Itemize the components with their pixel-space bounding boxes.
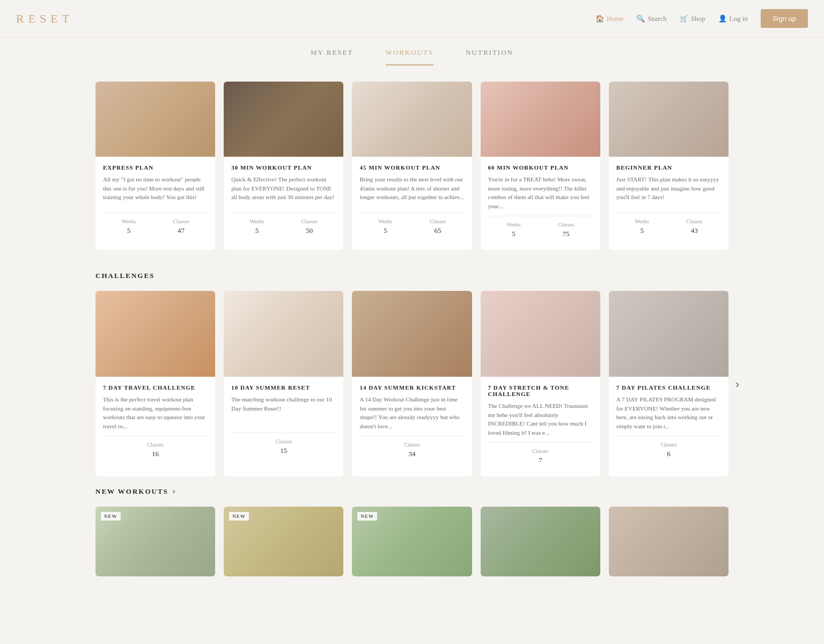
classes-label: Classes	[532, 448, 548, 454]
classes-value: 75	[563, 230, 570, 238]
classes-label: Classes	[301, 218, 318, 224]
challenge-card[interactable]: 7 DAY PILATES CHALLENGE A 7 DAY PILATES …	[609, 291, 729, 477]
challenge-image	[95, 291, 215, 377]
weeks-stat: Weeks 5	[378, 218, 392, 235]
card-title: 60 MIN WORKOUT PLAN	[488, 164, 593, 171]
weeks-value: 5	[640, 226, 644, 235]
card-title: 45 MIN WORKOUT PLAN	[359, 164, 464, 171]
new-workout-card[interactable]: NEW	[224, 507, 343, 576]
weeks-stat: Weeks 5	[122, 218, 136, 235]
classes-label: Classes	[660, 442, 676, 448]
classes-stat: Classes 7	[532, 448, 548, 465]
workout-plan-card[interactable]: 30 MIN WORKOUT PLAN Quick & Effective! T…	[224, 82, 343, 250]
classes-value: 6	[667, 450, 671, 458]
user-icon: 👤	[718, 14, 727, 23]
challenge-image	[609, 291, 729, 377]
workout-plans-grid: EXPRESS PLAN All my "I got no time to wo…	[95, 82, 729, 250]
new-workouts-arrow[interactable]: ›	[173, 487, 176, 496]
new-badge: NEW	[229, 512, 249, 521]
challenge-description: This is the perfect travel workout plan …	[103, 395, 208, 430]
weeks-label: Weeks	[378, 218, 392, 224]
classes-stat: Classes 47	[173, 218, 189, 235]
challenges-grid: 7 DAY TRAVEL CHALLENGE This is the perfe…	[95, 291, 729, 477]
challenge-title: 7 DAY TRAVEL CHALLENGE	[103, 384, 208, 391]
weeks-value: 5	[384, 226, 387, 235]
classes-stat: Classes 15	[276, 438, 292, 455]
new-workout-card[interactable]: NEW	[352, 507, 472, 576]
card-image	[352, 82, 472, 157]
challenge-title: 14 DAY SUMMER KICKSTART	[359, 384, 464, 391]
classes-label: Classes	[404, 442, 420, 448]
chevron-right-button[interactable]: ›	[735, 378, 739, 390]
challenge-description: The matching workout challenge to our 10…	[231, 395, 336, 427]
search-link[interactable]: 🔍 Search	[636, 14, 666, 23]
content: EXPRESS PLAN All my "I got no time to wo…	[85, 65, 739, 592]
nav-right: 🏠 Home 🔍 Search 🛒 Shop 👤 Log in Sign up	[595, 9, 808, 28]
signup-button[interactable]: Sign up	[761, 9, 808, 28]
new-workout-image	[481, 507, 600, 576]
workout-plan-card[interactable]: EXPRESS PLAN All my "I got no time to wo…	[95, 82, 215, 250]
shop-link[interactable]: 🛒 Shop	[680, 14, 705, 23]
new-workouts-title: NEW WORKOUTS ›	[95, 487, 729, 496]
new-badge: NEW	[101, 512, 121, 521]
challenge-card[interactable]: 10 DAY SUMMER RESET The matching workout…	[224, 291, 343, 477]
card-image	[95, 82, 215, 157]
classes-stat: Classes 16	[148, 442, 164, 458]
classes-stat: Classes 50	[301, 218, 318, 235]
weeks-label: Weeks	[250, 218, 264, 224]
main-tabs: MY RESET WORKOUTS NUTRITION	[0, 38, 824, 65]
new-workout-image: NEW	[352, 507, 472, 576]
classes-label: Classes	[173, 218, 189, 224]
classes-value: 15	[280, 447, 287, 455]
challenge-description: A 7 DAY PILATES PROGRAM designed for EVE…	[616, 395, 721, 430]
card-description: You're in for a TREAT hehe! More sweat, …	[488, 175, 593, 210]
weeks-label: Weeks	[506, 222, 520, 228]
classes-value: 16	[152, 450, 159, 458]
challenge-card[interactable]: 7 DAY STRETCH & TONE CHALLENGE The Chall…	[481, 291, 600, 477]
card-image	[481, 82, 600, 157]
header: RESET 🏠 Home 🔍 Search 🛒 Shop 👤 Log in Si…	[0, 0, 824, 38]
classes-label: Classes	[148, 442, 164, 448]
card-image	[224, 82, 343, 157]
logo: RESET	[16, 12, 73, 26]
weeks-value: 5	[255, 226, 259, 235]
challenge-description: The Challenge we ALL NEED! Truuuuust me …	[488, 401, 593, 437]
weeks-label: Weeks	[122, 218, 136, 224]
tab-nutrition[interactable]: NUTRITION	[466, 48, 513, 65]
classes-stat: Classes 34	[404, 442, 420, 458]
classes-stat: Classes 75	[558, 222, 574, 238]
challenge-card[interactable]: 7 DAY TRAVEL CHALLENGE This is the perfe…	[95, 291, 215, 477]
new-workout-card[interactable]	[609, 507, 729, 576]
card-description: Bring your results to the next level wit…	[359, 175, 464, 207]
workout-plan-card[interactable]: BEGINNER PLAN Just START! This plan make…	[609, 82, 729, 250]
challenge-image	[352, 291, 472, 377]
new-workout-image: NEW	[95, 507, 215, 576]
new-workouts-section: NEW WORKOUTS › NEW NEW NEW	[95, 487, 729, 576]
challenge-title: 10 DAY SUMMER RESET	[231, 384, 336, 391]
workout-plan-card[interactable]: 45 MIN WORKOUT PLAN Bring your results t…	[352, 82, 472, 250]
weeks-stat: Weeks 5	[506, 222, 520, 238]
tab-workouts[interactable]: WORKOUTS	[386, 48, 434, 65]
challenge-description: A 14 Day Workout Challenge just in time …	[359, 395, 464, 430]
new-workout-card[interactable]: NEW	[95, 507, 215, 576]
challenge-image	[224, 291, 343, 377]
challenge-title: 7 DAY PILATES CHALLENGE	[616, 384, 721, 391]
new-workout-card[interactable]	[481, 507, 600, 576]
classes-label: Classes	[558, 222, 574, 228]
challenge-card[interactable]: 14 DAY SUMMER KICKSTART A 14 Day Workout…	[352, 291, 472, 477]
tab-my-reset[interactable]: MY RESET	[311, 48, 353, 65]
new-workout-image	[609, 507, 729, 576]
classes-label: Classes	[276, 438, 292, 444]
card-description: Quick & Effective! The perfect workout p…	[231, 175, 336, 207]
home-link[interactable]: 🏠 Home	[595, 14, 624, 23]
workout-plan-card[interactable]: 60 MIN WORKOUT PLAN You're in for a TREA…	[481, 82, 600, 250]
weeks-value: 5	[512, 230, 516, 238]
classes-stat: Classes 43	[686, 218, 702, 235]
search-icon: 🔍	[636, 14, 645, 23]
home-icon: 🏠	[595, 14, 604, 23]
classes-value: 65	[434, 226, 441, 235]
classes-stat: Classes 65	[430, 218, 446, 235]
login-link[interactable]: 👤 Log in	[718, 14, 748, 23]
challenge-image	[481, 291, 600, 377]
card-title: EXPRESS PLAN	[103, 164, 208, 171]
